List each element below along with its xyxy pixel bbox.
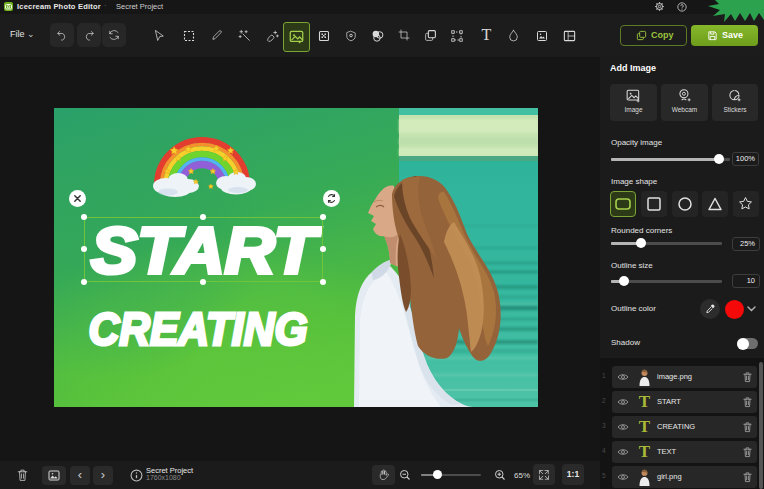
svg-text:CREATING: CREATING — [89, 303, 308, 355]
